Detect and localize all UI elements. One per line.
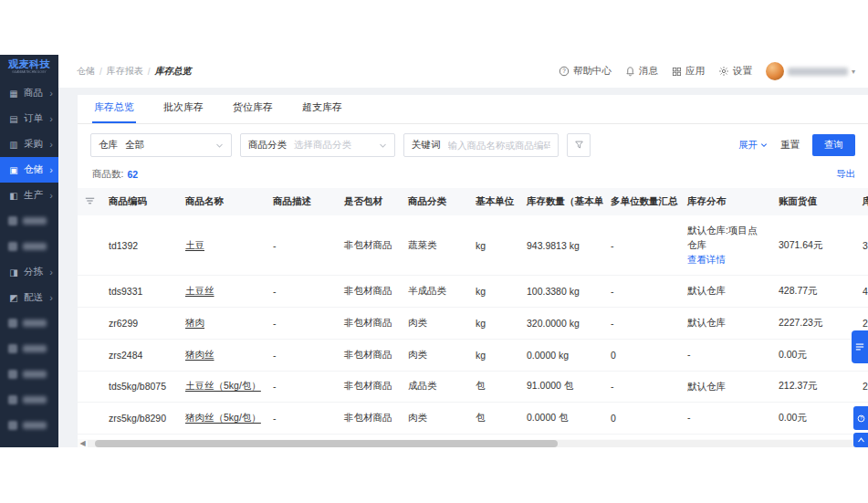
sidebar-item-仓储[interactable]: ▣仓储› <box>0 157 58 183</box>
product-name-link[interactable]: 土豆丝 <box>185 285 214 296</box>
sidebar-item-label: 生产 <box>24 189 43 202</box>
sidebar-item-配送[interactable]: ◩配送› <box>0 285 58 310</box>
product-name-link[interactable]: 猪肉 <box>185 317 204 328</box>
sidebar-item-blurred[interactable] <box>0 413 58 438</box>
messages-button[interactable]: 消息 <box>625 65 658 78</box>
chevron-right-icon: › <box>49 139 53 150</box>
sidebar: 观麦科技 GUANMAITECHNOLOGY ▦商品›▤订单›▥采购›▣仓储›◧… <box>0 55 58 447</box>
cell-multi: - <box>603 215 680 276</box>
blurred-icon <box>8 344 17 353</box>
sidebar-item-blurred[interactable] <box>0 234 58 259</box>
cell-code: zr6299 <box>101 308 178 340</box>
advanced-filter-button[interactable] <box>567 133 591 157</box>
brand-logo: 观麦科技 GUANMAITECHNOLOGY <box>0 55 58 80</box>
main-area: 仓储/库存报表/库存总览 ? 帮助中心 消息 <box>58 55 868 447</box>
warehouse-select[interactable]: 仓库 全部 <box>90 133 232 157</box>
cell-value: 2227.23元 <box>771 308 855 340</box>
stock-distribution-text: 默认仓库 <box>687 317 726 328</box>
sidebar-item-blurred[interactable] <box>0 362 58 387</box>
cell-name: 猪肉丝（5kg/包） <box>178 403 266 435</box>
product-name-link[interactable]: 土豆丝（5kg/包） <box>185 380 261 391</box>
cell-category: 肉类 <box>401 339 468 371</box>
expand-filters-link[interactable]: 展开 <box>738 139 768 152</box>
cell-value: 428.77元 <box>771 276 855 308</box>
tab-库存总览[interactable]: 库存总览 <box>92 95 136 123</box>
cell-unit: kg <box>468 215 519 276</box>
sidebar-menu: ▦商品›▤订单›▥采购›▣仓储›◧生产›◨分拣›◩配送› <box>0 80 58 447</box>
blurred-label <box>23 371 47 378</box>
column-filter-cell[interactable] <box>78 188 101 215</box>
horizontal-scrollbar[interactable]: ◀ ▶ <box>78 439 868 447</box>
sidebar-item-blurred[interactable] <box>0 387 58 413</box>
tab-批次库存[interactable]: 批次库存 <box>162 95 205 123</box>
messages-label: 消息 <box>639 65 658 78</box>
cell-qty: 91.0000 包 <box>519 371 603 403</box>
cell-category: 肉类 <box>401 308 468 340</box>
stock-distribution-text: 默认仓库:项目点仓库 <box>687 225 757 250</box>
keyword-input[interactable] <box>448 140 551 151</box>
scroll-left-arrow[interactable]: ◀ <box>78 439 88 447</box>
product-name-link[interactable]: 猪肉丝（5kg/包） <box>185 412 261 423</box>
settings-button[interactable]: 设置 <box>718 65 752 78</box>
sidebar-item-blurred[interactable] <box>0 208 58 234</box>
sidebar-item-blurred[interactable] <box>0 310 58 336</box>
sidebar-item-采购[interactable]: ▥采购› <box>0 131 58 157</box>
breadcrumb-item[interactable]: 库存报表 <box>107 65 143 78</box>
sidebar-item-订单[interactable]: ▤订单› <box>0 106 58 131</box>
stock-distribution-text: 默认仓库 <box>687 381 726 392</box>
column-header: 多单位数量汇总 <box>603 188 680 215</box>
cell-unit: 包 <box>468 403 519 435</box>
cell-category: 成品类 <box>401 371 468 403</box>
cell-dist: 默认仓库:项目点仓库查看详情 <box>680 215 771 276</box>
sidebar-item-商品[interactable]: ▦商品› <box>0 80 58 106</box>
expand-label: 展开 <box>738 139 758 152</box>
help-center-button[interactable]: ? 帮助中心 <box>559 65 612 78</box>
product-name-link[interactable]: 土豆 <box>185 239 204 250</box>
back-to-top-button[interactable] <box>853 433 868 447</box>
sidebar-item-生产[interactable]: ◧生产› <box>0 183 58 208</box>
sidebar-item-blurred[interactable] <box>0 336 58 362</box>
products-icon: ▦ <box>8 89 19 99</box>
sidebar-item-label: 仓储 <box>24 163 43 176</box>
row-lead-cell <box>78 371 101 403</box>
chevron-right-icon: › <box>49 164 53 175</box>
product-count-value: 62 <box>127 169 138 180</box>
search-button[interactable]: 查询 <box>812 134 855 156</box>
stock-distribution-text: 默认仓库 <box>687 285 726 296</box>
breadcrumb-item: 库存总览 <box>155 65 192 78</box>
help-center-label: 帮助中心 <box>573 65 612 78</box>
column-header: 账面货值 <box>771 188 855 215</box>
guide-widget[interactable]: ? <box>853 406 868 430</box>
column-header: 库存分布 <box>680 188 771 215</box>
cell-cut: 2 <box>855 371 868 403</box>
view-detail-link[interactable]: 查看详情 <box>687 253 764 267</box>
cell-desc: - <box>266 276 337 308</box>
category-select[interactable]: 商品分类 选择商品分类 <box>240 133 395 157</box>
export-link[interactable]: 导出 <box>836 168 855 181</box>
apps-button[interactable]: 应用 <box>672 65 705 78</box>
cell-dist: 默认仓库 <box>680 308 771 340</box>
cell-qty: 0.0000 kg <box>519 339 603 371</box>
reset-button[interactable]: 重置 <box>780 139 800 152</box>
tab-货位库存[interactable]: 货位库存 <box>231 95 275 123</box>
inventory-table-wrap: 商品编码商品名称商品描述是否包材商品分类基本单位库存数量（基本单位）多单位数量汇… <box>78 188 868 447</box>
sorting-icon: ◨ <box>8 267 19 278</box>
cell-qty: 943.9813 kg <box>519 215 603 276</box>
scrollbar-track[interactable] <box>88 440 858 447</box>
sidebar-item-label: 分拣 <box>24 266 43 278</box>
column-filter-icon <box>85 196 95 207</box>
column-header: 库 <box>855 188 868 215</box>
cell-name: 猪肉丝 <box>178 339 266 371</box>
breadcrumb-item[interactable]: 仓储 <box>77 65 95 78</box>
scrollbar-thumb[interactable] <box>95 440 557 447</box>
breadcrumb-separator: / <box>99 67 102 77</box>
tab-超支库存[interactable]: 超支库存 <box>300 95 344 123</box>
category-placeholder: 选择商品分类 <box>294 139 351 152</box>
user-menu[interactable]: ▾ <box>766 62 855 80</box>
cell-dist: - <box>680 339 771 371</box>
guide-widget-icon: ? <box>857 410 865 426</box>
survey-widget[interactable] <box>852 330 868 363</box>
sidebar-item-分拣[interactable]: ◨分拣› <box>0 259 58 285</box>
bell-icon <box>625 66 635 77</box>
product-name-link[interactable]: 猪肉丝 <box>185 349 214 360</box>
